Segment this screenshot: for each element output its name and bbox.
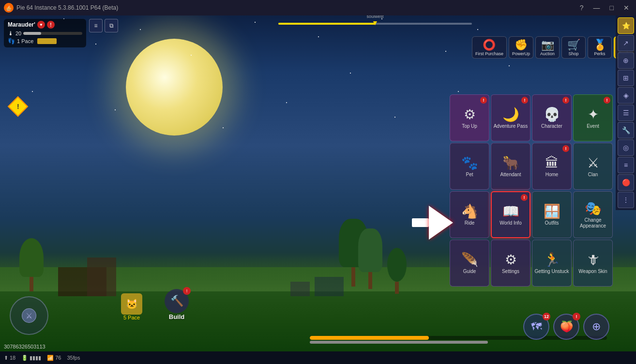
settings-label: Settings (502, 269, 519, 274)
joystick-knob: ⚔ (22, 308, 36, 323)
alert-icon: ! (47, 21, 55, 29)
menu-grid: ! ⚙ Top Up ! 🌙 Adventure Pass ! 💀 Charac… (450, 94, 613, 287)
outfits-icon: 🪟 (544, 203, 560, 219)
menu-home[interactable]: ! 🏛 Home (532, 143, 572, 190)
battery-value: ▮▮▮▮ (30, 355, 41, 361)
wifi-value: 76 (55, 355, 61, 361)
level-icon: 🌡 (8, 30, 14, 37)
stamina-bar (310, 341, 488, 344)
map-badge: 12 (543, 313, 550, 320)
event-badge: ! (604, 97, 610, 104)
menu-top-up[interactable]: ! ⚙ Top Up (450, 94, 489, 141)
joystick[interactable]: ⚔ (10, 296, 48, 335)
home-badge: ! (562, 145, 569, 152)
getting-unstuck-label: Getting Unstuck (534, 269, 569, 274)
zone-progress-bar: ▼ soulwest (278, 23, 472, 25)
map-icon: 🗺 (531, 320, 542, 333)
menu-weapon-skin[interactable]: 🗡 Weapon Skin (573, 240, 613, 287)
building (290, 282, 310, 296)
top-up-badge: ! (480, 97, 487, 104)
shop-button[interactable]: 🛒 Shop (561, 36, 586, 59)
wifi-icon: 📶 (47, 355, 54, 361)
first-purchase-button[interactable]: ⭕ First Purchase (472, 36, 507, 59)
attendant-icon: 🐂 (502, 155, 519, 171)
center-progress-area: ▼ soulwest (118, 19, 632, 25)
menu-adventure-pass[interactable]: ! 🌙 Adventure Pass (491, 94, 530, 141)
minimize-button[interactable]: — (591, 3, 603, 13)
bottom-actions: 🗺 12 🍑 ! ⊕ (523, 314, 609, 340)
menu-event[interactable]: ! ✦ Event (573, 94, 613, 141)
change-appearance-label: Change Appearance (574, 217, 612, 229)
menu-settings[interactable]: ⚙ Settings (491, 240, 530, 287)
adventure-pass-label: Adventure Pass (494, 123, 528, 129)
menu-change-appearance[interactable]: 🎭 Change Appearance (573, 191, 613, 238)
sidebar-btn-9[interactable]: ≡ (618, 157, 634, 173)
sidebar-btn-3[interactable]: ⊕ (618, 52, 634, 69)
menu-world-info[interactable]: ! 📖 World Info (491, 191, 530, 238)
sidebar-btn-11[interactable]: ⋮ (618, 192, 634, 208)
ride-label: Ride (465, 220, 475, 226)
food-icon: 🍑 (560, 320, 573, 333)
food-button[interactable]: 🍑 ! (553, 314, 579, 340)
sidebar-btn-5[interactable]: ◈ (618, 87, 634, 104)
guide-label: Guide (463, 269, 476, 274)
menu-guide[interactable]: 🪶 Guide (450, 240, 489, 287)
skills-button[interactable]: ⊕ (583, 314, 609, 340)
event-icon: ✦ (588, 106, 599, 122)
close-button[interactable]: ✕ (621, 3, 632, 13)
tree (19, 238, 44, 291)
moon (126, 39, 223, 136)
menu-character[interactable]: ! 💀 Character (532, 94, 572, 141)
auction-button[interactable]: 📷 Auction (535, 36, 560, 59)
menu-icon-button[interactable]: ≡ (89, 19, 103, 32)
outfits-label: Outfits (545, 220, 559, 226)
sidebar-btn-4[interactable]: ⊞ (618, 70, 634, 86)
powerup-button[interactable]: ✊ PowerUp (509, 36, 533, 59)
titlebar-controls: ? — □ ✕ (577, 3, 632, 13)
powerup-icon: ✊ (515, 39, 528, 51)
build-badge: ! (183, 287, 191, 295)
first-purchase-label: First Purchase (475, 51, 503, 56)
arrow-indicator (412, 206, 453, 240)
menu-pet[interactable]: 🐾 Pet (450, 143, 489, 190)
top-up-icon: ⚙ (464, 106, 476, 122)
wifi-status: 📶 76 (47, 355, 61, 361)
home-icon: 🏛 (545, 155, 559, 171)
tree (358, 228, 382, 289)
map-button[interactable]: 🗺 12 (523, 314, 549, 340)
player-level: 20 (15, 30, 21, 36)
menu-getting-unstuck[interactable]: 🏃 Getting Unstuck (532, 240, 572, 287)
shop-label: Shop (568, 51, 578, 56)
battery-icon: 🔋 (21, 355, 28, 361)
player-id: 30786326503113 (4, 344, 45, 349)
app-icon: 🥧 (4, 3, 14, 13)
auction-icon: 📷 (541, 39, 554, 51)
sidebar-btn-1[interactable]: ⭐ (618, 17, 634, 34)
menu-ride[interactable]: 🐴 Ride (450, 191, 489, 238)
perks-button[interactable]: 🏅 Perks (588, 36, 612, 59)
screenshot-icon-button[interactable]: ⧉ (105, 19, 118, 32)
menu-attendant[interactable]: 🐂 Attendant (491, 143, 530, 190)
build-icon: 🔨 ! (165, 289, 189, 313)
sidebar-btn-2[interactable]: ↗ (618, 35, 634, 51)
building (87, 258, 116, 296)
world-info-icon: 📖 (502, 203, 519, 219)
sidebar-btn-7[interactable]: 🔧 (618, 122, 634, 138)
pace-icon: 👣 (8, 38, 15, 45)
pace-display: 🐱 5 Pace (121, 293, 142, 320)
menu-outfits[interactable]: 🪟 Outfits (532, 191, 572, 238)
character-icon: 💀 (544, 106, 560, 122)
character-badge: ! (562, 97, 569, 104)
restore-button[interactable]: □ (607, 3, 617, 13)
help-button[interactable]: ? (577, 3, 587, 13)
sidebar-btn-6[interactable]: ☰ (618, 105, 634, 121)
fps-status: 35fps (67, 355, 80, 361)
build-button[interactable]: 🔨 ! Build (165, 289, 189, 320)
joystick-icon: ⚔ (22, 309, 36, 322)
sidebar-btn-10[interactable]: 🔴 (618, 174, 634, 191)
menu-clan[interactable]: ⚔ Clan (573, 143, 613, 190)
sidebar-btn-8[interactable]: ◎ (618, 139, 634, 156)
getting-unstuck-icon: 🏃 (544, 252, 560, 268)
progress-fill (278, 23, 375, 25)
adventure-pass-badge: ! (521, 97, 528, 104)
